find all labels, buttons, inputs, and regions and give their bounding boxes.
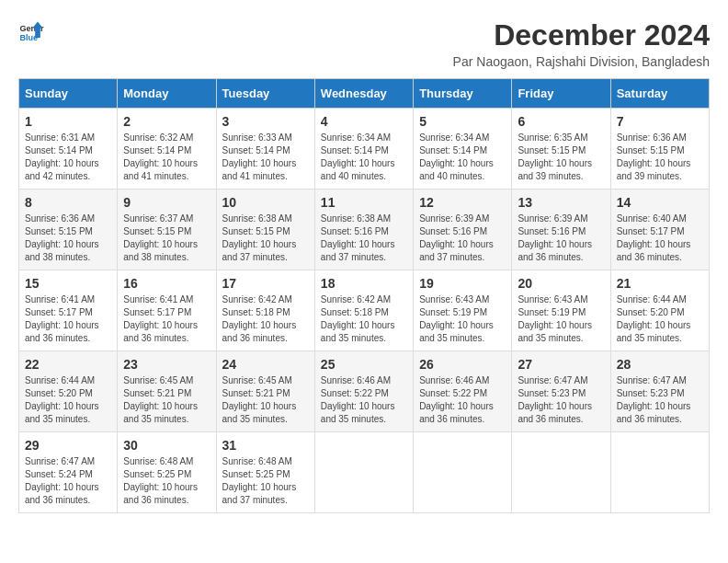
day-info: Sunrise: 6:44 AM Sunset: 5:20 PM Dayligh… <box>617 294 691 343</box>
day-number: 3 <box>222 114 309 129</box>
logo: General Blue <box>18 18 44 44</box>
calendar-week-row: 8 Sunrise: 6:36 AM Sunset: 5:15 PM Dayli… <box>19 190 710 270</box>
day-number: 6 <box>518 114 604 129</box>
day-number: 22 <box>25 357 111 372</box>
day-info: Sunrise: 6:48 AM Sunset: 5:25 PM Dayligh… <box>222 456 297 505</box>
calendar-cell: 24 Sunrise: 6:45 AM Sunset: 5:21 PM Dayl… <box>216 351 314 432</box>
day-info: Sunrise: 6:46 AM Sunset: 5:22 PM Dayligh… <box>321 375 395 424</box>
day-number: 7 <box>617 114 703 129</box>
day-number: 23 <box>123 357 210 372</box>
day-info: Sunrise: 6:36 AM Sunset: 5:15 PM Dayligh… <box>617 132 691 181</box>
calendar-cell: 30 Sunrise: 6:48 AM Sunset: 5:25 PM Dayl… <box>118 432 216 513</box>
day-number: 16 <box>123 276 210 291</box>
calendar-cell <box>314 432 413 513</box>
day-number: 20 <box>518 276 604 291</box>
day-info: Sunrise: 6:33 AM Sunset: 5:14 PM Dayligh… <box>222 132 297 181</box>
calendar-week-row: 15 Sunrise: 6:41 AM Sunset: 5:17 PM Dayl… <box>19 270 710 351</box>
day-number: 8 <box>25 195 111 210</box>
calendar-header-row: SundayMondayTuesdayWednesdayThursdayFrid… <box>19 79 710 109</box>
calendar-cell: 22 Sunrise: 6:44 AM Sunset: 5:20 PM Dayl… <box>19 351 118 432</box>
day-info: Sunrise: 6:45 AM Sunset: 5:21 PM Dayligh… <box>222 375 297 424</box>
header-monday: Monday <box>118 79 216 109</box>
day-info: Sunrise: 6:34 AM Sunset: 5:14 PM Dayligh… <box>321 132 395 181</box>
calendar-table: SundayMondayTuesdayWednesdayThursdayFrid… <box>18 78 710 513</box>
header-wednesday: Wednesday <box>314 79 413 109</box>
day-number: 30 <box>123 438 210 453</box>
calendar-cell: 20 Sunrise: 6:43 AM Sunset: 5:19 PM Dayl… <box>512 270 610 351</box>
day-number: 12 <box>419 195 506 210</box>
calendar-cell: 1 Sunrise: 6:31 AM Sunset: 5:14 PM Dayli… <box>19 109 118 190</box>
calendar-cell: 18 Sunrise: 6:42 AM Sunset: 5:18 PM Dayl… <box>314 270 413 351</box>
svg-text:Blue: Blue <box>19 33 38 42</box>
header-sunday: Sunday <box>19 79 118 109</box>
day-info: Sunrise: 6:34 AM Sunset: 5:14 PM Dayligh… <box>419 132 494 181</box>
day-number: 21 <box>617 276 703 291</box>
calendar-cell <box>512 432 610 513</box>
day-number: 19 <box>419 276 506 291</box>
calendar-cell: 11 Sunrise: 6:38 AM Sunset: 5:16 PM Dayl… <box>314 190 413 270</box>
day-number: 25 <box>321 357 407 372</box>
calendar-cell: 8 Sunrise: 6:36 AM Sunset: 5:15 PM Dayli… <box>19 190 118 270</box>
day-info: Sunrise: 6:35 AM Sunset: 5:15 PM Dayligh… <box>518 132 592 181</box>
day-info: Sunrise: 6:36 AM Sunset: 5:15 PM Dayligh… <box>25 213 99 262</box>
day-number: 27 <box>518 357 604 372</box>
day-info: Sunrise: 6:40 AM Sunset: 5:17 PM Dayligh… <box>617 213 691 262</box>
calendar-cell: 4 Sunrise: 6:34 AM Sunset: 5:14 PM Dayli… <box>314 109 413 190</box>
day-info: Sunrise: 6:42 AM Sunset: 5:18 PM Dayligh… <box>321 294 395 343</box>
day-number: 2 <box>123 114 210 129</box>
calendar-cell: 26 Sunrise: 6:46 AM Sunset: 5:22 PM Dayl… <box>414 351 512 432</box>
header-saturday: Saturday <box>610 79 709 109</box>
calendar-cell <box>610 432 709 513</box>
calendar-week-row: 22 Sunrise: 6:44 AM Sunset: 5:20 PM Dayl… <box>19 351 710 432</box>
calendar-cell: 6 Sunrise: 6:35 AM Sunset: 5:15 PM Dayli… <box>512 109 610 190</box>
calendar-cell: 15 Sunrise: 6:41 AM Sunset: 5:17 PM Dayl… <box>19 270 118 351</box>
calendar-week-row: 29 Sunrise: 6:47 AM Sunset: 5:24 PM Dayl… <box>19 432 710 513</box>
month-title: December 2024 <box>453 18 710 52</box>
day-info: Sunrise: 6:42 AM Sunset: 5:18 PM Dayligh… <box>222 294 297 343</box>
calendar-cell: 9 Sunrise: 6:37 AM Sunset: 5:15 PM Dayli… <box>118 190 216 270</box>
header-thursday: Thursday <box>414 79 512 109</box>
day-info: Sunrise: 6:39 AM Sunset: 5:16 PM Dayligh… <box>419 213 494 262</box>
day-info: Sunrise: 6:43 AM Sunset: 5:19 PM Dayligh… <box>419 294 494 343</box>
day-number: 14 <box>617 195 703 210</box>
day-number: 24 <box>222 357 309 372</box>
calendar-cell: 14 Sunrise: 6:40 AM Sunset: 5:17 PM Dayl… <box>610 190 709 270</box>
day-info: Sunrise: 6:45 AM Sunset: 5:21 PM Dayligh… <box>123 375 198 424</box>
calendar-cell: 5 Sunrise: 6:34 AM Sunset: 5:14 PM Dayli… <box>414 109 512 190</box>
calendar-cell: 29 Sunrise: 6:47 AM Sunset: 5:24 PM Dayl… <box>19 432 118 513</box>
calendar-cell: 23 Sunrise: 6:45 AM Sunset: 5:21 PM Dayl… <box>118 351 216 432</box>
day-number: 29 <box>25 438 111 453</box>
day-info: Sunrise: 6:47 AM Sunset: 5:24 PM Dayligh… <box>25 456 99 505</box>
calendar-cell: 28 Sunrise: 6:47 AM Sunset: 5:23 PM Dayl… <box>610 351 709 432</box>
page-header: General Blue December 2024 Par Naogaon, … <box>18 18 710 69</box>
day-number: 9 <box>123 195 210 210</box>
calendar-cell: 16 Sunrise: 6:41 AM Sunset: 5:17 PM Dayl… <box>118 270 216 351</box>
logo-icon: General Blue <box>18 18 44 44</box>
calendar-cell: 17 Sunrise: 6:42 AM Sunset: 5:18 PM Dayl… <box>216 270 314 351</box>
day-info: Sunrise: 6:46 AM Sunset: 5:22 PM Dayligh… <box>419 375 494 424</box>
day-info: Sunrise: 6:38 AM Sunset: 5:16 PM Dayligh… <box>321 213 395 262</box>
day-number: 28 <box>617 357 703 372</box>
header-tuesday: Tuesday <box>216 79 314 109</box>
day-info: Sunrise: 6:43 AM Sunset: 5:19 PM Dayligh… <box>518 294 592 343</box>
day-number: 18 <box>321 276 407 291</box>
calendar-cell: 13 Sunrise: 6:39 AM Sunset: 5:16 PM Dayl… <box>512 190 610 270</box>
day-number: 11 <box>321 195 407 210</box>
calendar-cell: 12 Sunrise: 6:39 AM Sunset: 5:16 PM Dayl… <box>414 190 512 270</box>
day-info: Sunrise: 6:48 AM Sunset: 5:25 PM Dayligh… <box>123 456 198 505</box>
day-info: Sunrise: 6:41 AM Sunset: 5:17 PM Dayligh… <box>123 294 198 343</box>
calendar-cell: 7 Sunrise: 6:36 AM Sunset: 5:15 PM Dayli… <box>610 109 709 190</box>
day-number: 1 <box>25 114 111 129</box>
calendar-week-row: 1 Sunrise: 6:31 AM Sunset: 5:14 PM Dayli… <box>19 109 710 190</box>
day-info: Sunrise: 6:47 AM Sunset: 5:23 PM Dayligh… <box>518 375 592 424</box>
calendar-cell: 2 Sunrise: 6:32 AM Sunset: 5:14 PM Dayli… <box>118 109 216 190</box>
day-info: Sunrise: 6:44 AM Sunset: 5:20 PM Dayligh… <box>25 375 99 424</box>
calendar-cell: 10 Sunrise: 6:38 AM Sunset: 5:15 PM Dayl… <box>216 190 314 270</box>
calendar-cell: 19 Sunrise: 6:43 AM Sunset: 5:19 PM Dayl… <box>414 270 512 351</box>
day-number: 26 <box>419 357 506 372</box>
calendar-cell: 31 Sunrise: 6:48 AM Sunset: 5:25 PM Dayl… <box>216 432 314 513</box>
day-number: 15 <box>25 276 111 291</box>
day-info: Sunrise: 6:47 AM Sunset: 5:23 PM Dayligh… <box>617 375 691 424</box>
header-friday: Friday <box>512 79 610 109</box>
day-number: 13 <box>518 195 604 210</box>
